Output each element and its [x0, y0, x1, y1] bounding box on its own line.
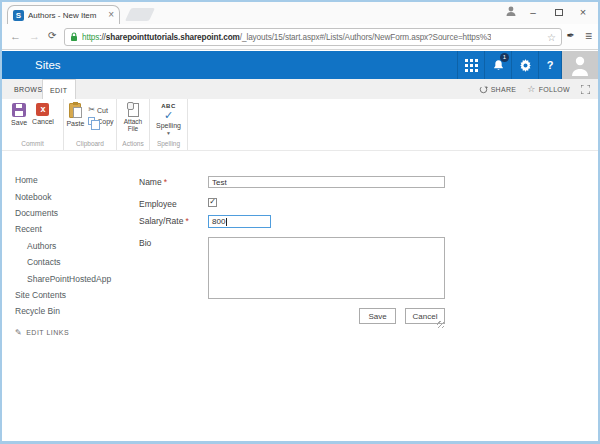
help-button[interactable]: ? [538, 51, 561, 79]
follow-button[interactable]: ☆ FOLLOW [527, 84, 570, 94]
ribbon-tab-strip: BROWSE EDIT SHARE ☆ FOLLOW [2, 79, 598, 99]
follow-star-icon: ☆ [527, 84, 535, 94]
maximize-button[interactable] [546, 2, 572, 22]
follow-label: FOLLOW [539, 86, 570, 93]
ribbon-group-spelling: ABC ✓ Spelling ▼ Spelling [150, 99, 188, 150]
group-label-commit: Commit [2, 140, 63, 147]
reload-icon[interactable]: ⟳ [48, 29, 56, 43]
forward-icon[interactable]: → [29, 29, 40, 43]
new-item-form: Name* Employee ✓ Salary/Rate* 800 Bio [139, 176, 445, 324]
cancel-label: Cancel [32, 118, 54, 125]
url-path: /_layouts/15/start.aspx#/Lists/Authors/N… [240, 33, 492, 42]
attach-file-icon [128, 103, 139, 117]
url-domain: sharepointtutorials.sharepoint.com [106, 33, 240, 42]
page-content: Home Notebook Documents Recent Authors C… [2, 151, 598, 441]
site-title[interactable]: Sites [35, 59, 61, 71]
browser-titlebar: S Authors - New Item × – × [2, 2, 598, 24]
minimize-button[interactable]: – [520, 2, 546, 22]
cancel-icon: x [36, 103, 49, 116]
extension-icon[interactable]: ✒ [567, 30, 575, 41]
browser-tab[interactable]: S Authors - New Item × [7, 5, 120, 24]
bookmark-star-icon[interactable]: ☆ [547, 32, 556, 43]
ribbon-right-actions: SHARE ☆ FOLLOW [479, 79, 590, 99]
user-avatar[interactable] [561, 51, 598, 79]
ribbon-group-actions: Attach File Actions [117, 99, 150, 150]
waffle-icon [465, 59, 478, 72]
sidebar-item-documents[interactable]: Documents [15, 205, 130, 221]
tab-close-icon[interactable]: × [108, 10, 114, 20]
back-icon[interactable]: ← [10, 29, 21, 43]
pencil-icon: ✎ [15, 328, 22, 337]
notification-badge: 1 [500, 53, 509, 62]
spelling-label: Spelling [156, 122, 181, 129]
window-close-button[interactable]: × [570, 2, 596, 22]
bio-field-label: Bio [139, 237, 208, 299]
share-label: SHARE [491, 86, 517, 93]
sidebar-item-notebook[interactable]: Notebook [15, 188, 130, 204]
name-field-label: Name* [139, 176, 208, 188]
new-tab-button[interactable] [125, 8, 155, 21]
browser-menu-icon[interactable]: ≡ [585, 29, 592, 43]
group-label-spelling: Spelling [150, 140, 187, 147]
tab-edit[interactable]: EDIT [42, 79, 76, 100]
save-icon [12, 103, 26, 117]
copy-button[interactable]: Copy [88, 117, 113, 125]
sidebar-item-authors[interactable]: Authors [15, 238, 130, 254]
focus-mode-button[interactable] [581, 85, 590, 94]
salary-field-label: Salary/Rate* [139, 215, 208, 228]
share-button[interactable]: SHARE [479, 85, 517, 94]
notifications-button[interactable]: 1 [484, 51, 511, 79]
suite-bar: Sites 1 [2, 51, 598, 79]
suite-bar-actions: 1 ? [457, 51, 598, 79]
sidebar-item-site-contents[interactable]: Site Contents [15, 287, 130, 303]
resize-grip-icon[interactable] [437, 321, 444, 328]
share-icon [479, 85, 488, 94]
focus-icon [581, 85, 590, 94]
secure-lock-icon [70, 32, 78, 42]
save-label: Save [11, 119, 27, 126]
tab-title: Authors - New Item [28, 11, 105, 20]
cut-button[interactable]: ✂ Cut [88, 106, 113, 114]
url-scheme: https [82, 33, 99, 42]
checkbox-check-icon: ✓ [209, 198, 216, 206]
spelling-dropdown-icon: ▼ [166, 131, 171, 135]
employee-checkbox[interactable]: ✓ [208, 198, 217, 207]
gear-icon [519, 59, 532, 72]
person-icon [570, 54, 590, 76]
employee-field-label: Employee [139, 198, 208, 207]
group-label-clipboard: Clipboard [64, 140, 116, 147]
paste-icon [69, 103, 81, 118]
copy-icon [88, 117, 95, 125]
required-marker: * [185, 216, 188, 226]
spelling-check-icon: ✓ [164, 111, 173, 120]
required-marker: * [164, 177, 167, 187]
text-cursor [226, 218, 227, 226]
ribbon-commands: Save x Cancel Commit Paste ✂ Cut Copy [2, 99, 598, 151]
ribbon-group-clipboard: Paste ✂ Cut Copy Clipboard [64, 99, 117, 150]
sidebar-item-recycle-bin[interactable]: Recycle Bin [15, 303, 130, 319]
sidebar-item-home[interactable]: Home [15, 172, 130, 188]
maximize-icon [555, 9, 563, 16]
name-input[interactable] [208, 176, 445, 188]
edit-links-label: EDIT LINKS [26, 329, 69, 336]
cut-icon: ✂ [88, 106, 95, 114]
address-bar[interactable]: https://sharepointtutorials.sharepoint.c… [64, 28, 562, 46]
sidebar-item-contacts[interactable]: Contacts [15, 254, 130, 270]
browser-window: S Authors - New Item × – × ← → ⟳ htt [0, 0, 600, 444]
edit-links-button[interactable]: ✎ EDIT LINKS [15, 328, 130, 337]
browser-toolbar: ← → ⟳ https://sharepointtutorials.sharep… [2, 24, 598, 50]
form-save-button[interactable]: Save [359, 308, 396, 324]
paste-label: Paste [66, 120, 84, 127]
sidebar-item-sharepointhostedapp[interactable]: SharePointHostedApp [15, 270, 130, 286]
sharepoint-favicon: S [13, 10, 24, 21]
cut-label: Cut [97, 107, 108, 114]
settings-button[interactable] [511, 51, 538, 79]
group-label-actions: Actions [117, 140, 149, 147]
profile-icon[interactable] [504, 4, 518, 18]
salary-input[interactable]: 800 [208, 215, 271, 228]
bio-textarea[interactable] [208, 237, 445, 299]
app-launcher-button[interactable] [457, 51, 484, 79]
ribbon-group-commit: Save x Cancel Commit [2, 99, 64, 150]
sidebar-item-recent[interactable]: Recent [15, 221, 130, 237]
quick-launch-nav: Home Notebook Documents Recent Authors C… [15, 172, 130, 337]
